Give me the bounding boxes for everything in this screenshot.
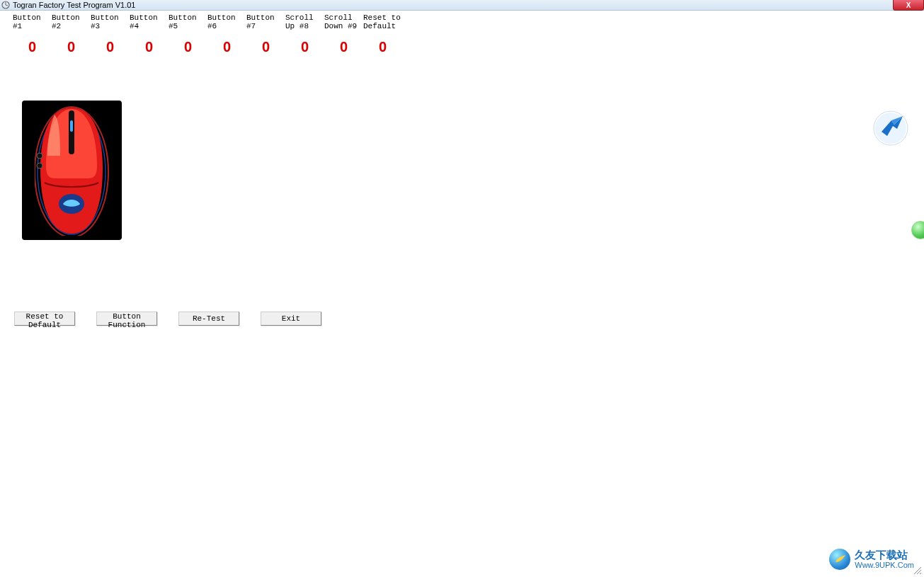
count-value: 0 [13,39,52,55]
mouse-image [22,101,122,240]
col-header: Button #2 [52,13,91,30]
count-value: 0 [207,39,246,55]
col-header: Button #7 [246,13,285,30]
column-headers: Button #1 Button #2 Button #3 Button #4 … [0,11,924,30]
action-button-row: Reset to Default Button Function Re-Test… [14,312,321,326]
watermark-text-1: 久友下载站 [855,549,914,561]
count-value: 0 [52,39,91,55]
close-button[interactable]: X [893,0,924,11]
col-header: Button #4 [130,13,169,30]
mouse-icon [35,105,109,236]
app-icon [1,1,10,9]
re-test-button[interactable]: Re-Test [178,312,239,326]
col-header: Scroll Down #9 [324,13,363,30]
green-bubble-icon[interactable] [911,221,924,239]
window-title: Togran Factory Test Program V1.01 [13,1,135,9]
watermark-globe-icon [829,549,850,570]
col-header: Button #1 [13,13,52,30]
svg-point-6 [37,163,42,168]
resize-grip-icon[interactable] [913,566,923,576]
exit-button[interactable]: Exit [261,312,321,326]
col-header: Reset to Default [363,13,402,30]
count-value: 0 [246,39,285,55]
button-function-button[interactable]: Button Function [96,312,157,326]
count-value: 0 [285,39,324,55]
count-values: 0 0 0 0 0 0 0 0 0 0 [0,30,924,55]
bird-logo-icon [873,110,908,146]
count-value: 0 [91,39,130,55]
watermark-text-2: Www.9UPK.Com [855,561,914,569]
col-header: Button #3 [91,13,130,30]
svg-rect-4 [70,120,73,132]
count-value: 0 [363,39,402,55]
titlebar: Togran Factory Test Program V1.01 X [0,0,924,11]
svg-point-5 [37,153,42,159]
svg-rect-3 [69,110,74,154]
count-value: 0 [169,39,207,55]
watermark: 久友下载站 Www.9UPK.Com [829,549,914,570]
close-icon: X [906,1,911,9]
reset-to-default-button[interactable]: Reset to Default [14,312,75,326]
count-value: 0 [130,39,169,55]
col-header: Button #5 [169,13,207,30]
count-value: 0 [324,39,363,55]
col-header: Scroll Up #8 [285,13,324,30]
col-header: Button #6 [207,13,246,30]
